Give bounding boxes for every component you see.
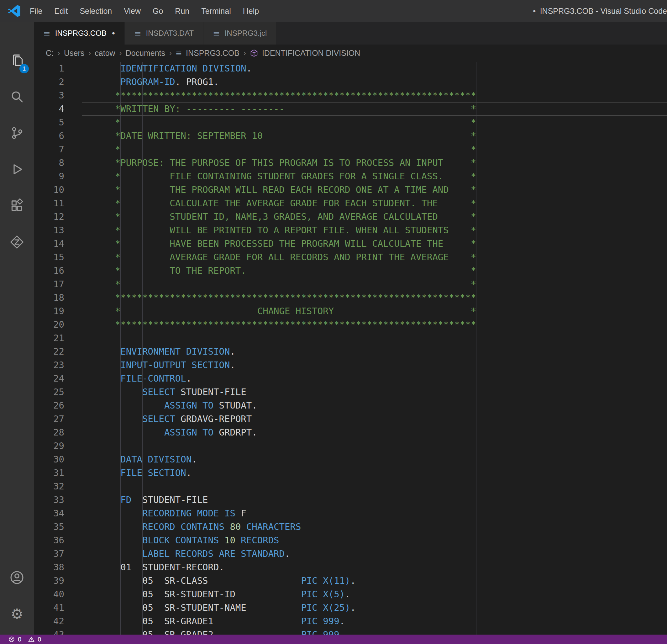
line-number[interactable]: 13 xyxy=(34,224,82,237)
menu-run[interactable]: Run xyxy=(169,6,195,16)
line-number[interactable]: 41 xyxy=(34,601,82,614)
line-number[interactable]: 26 xyxy=(34,399,82,412)
line-number[interactable]: 17 xyxy=(34,277,82,291)
line-number[interactable]: 5 xyxy=(34,116,82,129)
line-number[interactable]: 40 xyxy=(34,587,82,601)
tab-insprg3-jcl[interactable]: ≡ INSPRG3.jcl xyxy=(204,22,276,45)
line-number[interactable]: 11 xyxy=(34,197,82,210)
menu-view[interactable]: View xyxy=(118,6,147,16)
explorer-icon[interactable]: 1 xyxy=(0,42,34,78)
tab-insprg3-cob[interactable]: ≡ INSPRG3.COB ● xyxy=(34,22,125,45)
code-line[interactable]: * * xyxy=(82,143,667,156)
code-line[interactable]: * * xyxy=(82,277,667,291)
line-number[interactable]: 2 xyxy=(34,75,82,89)
account-icon[interactable] xyxy=(0,559,34,596)
code-line[interactable]: FD STUDENT-FILE xyxy=(82,493,667,507)
line-number[interactable]: 25 xyxy=(34,385,82,399)
code-line[interactable] xyxy=(82,439,667,453)
code-line[interactable]: *DATE WRITTEN: SEPTEMBER 10 * xyxy=(82,129,667,143)
code-line[interactable]: * THE PROGRAM WILL READ EACH RECORD ONE … xyxy=(82,183,667,197)
code-line[interactable]: *PURPOSE: THE PURPOSE OF THIS PROGRAM IS… xyxy=(82,156,667,170)
code-line[interactable]: LABEL RECORDS ARE STANDARD. xyxy=(82,547,667,561)
source-control-icon[interactable] xyxy=(0,115,34,151)
line-number[interactable]: 28 xyxy=(34,426,82,439)
code-line[interactable]: * CHANGE HISTORY * xyxy=(82,304,667,318)
code-line[interactable]: * HAVE BEEN PROCESSED THE PROGRAM WILL C… xyxy=(82,237,667,251)
line-number[interactable]: 10 xyxy=(34,183,82,197)
line-number[interactable]: 39 xyxy=(34,574,82,587)
line-number[interactable]: 38 xyxy=(34,561,82,574)
breadcrumb-drive[interactable]: C: xyxy=(46,49,54,58)
line-number[interactable]: 27 xyxy=(34,412,82,426)
line-number[interactable]: 33 xyxy=(34,493,82,507)
line-number[interactable]: 1 xyxy=(34,62,82,75)
modified-dot-icon[interactable]: ● xyxy=(112,30,115,36)
breadcrumb-users[interactable]: Users xyxy=(64,49,84,58)
code-line[interactable]: ****************************************… xyxy=(82,291,667,304)
problems-indicator[interactable]: 0 0 xyxy=(8,636,45,643)
line-number[interactable]: 21 xyxy=(34,332,82,345)
code-line[interactable]: BLOCK CONTAINS 10 RECORDS xyxy=(82,534,667,547)
line-number[interactable]: 42 xyxy=(34,614,82,628)
line-number[interactable]: 12 xyxy=(34,210,82,224)
line-number[interactable]: 9 xyxy=(34,170,82,183)
code-line[interactable]: 01 STUDENT-RECORD. xyxy=(82,561,667,574)
line-number[interactable]: 35 xyxy=(34,520,82,534)
menu-help[interactable]: Help xyxy=(237,6,265,16)
code-line[interactable]: * FILE CONTAINING STUDENT GRADES FOR A S… xyxy=(82,170,667,183)
menu-edit[interactable]: Edit xyxy=(48,6,74,16)
line-number[interactable]: 6 xyxy=(34,129,82,143)
line-number[interactable]: 23 xyxy=(34,358,82,372)
line-number[interactable]: 14 xyxy=(34,237,82,251)
code-editor[interactable]: 1234567891011121314151617181920212223242… xyxy=(34,62,667,634)
code-line[interactable]: * STUDENT ID, NAME,3 GRADES, AND AVERAGE… xyxy=(82,210,667,224)
code-line[interactable]: ASSIGN TO STUDAT. xyxy=(82,399,667,412)
code-line[interactable]: ****************************************… xyxy=(82,318,667,332)
code-line[interactable]: 05 SR-STUDENT-NAME PIC X(25). xyxy=(82,601,667,614)
line-number[interactable]: 3 xyxy=(34,89,82,102)
code-line[interactable]: DATA DIVISION. xyxy=(82,453,667,466)
run-debug-icon[interactable] xyxy=(0,151,34,188)
line-number[interactable]: 31 xyxy=(34,466,82,480)
code-line[interactable]: * WILL BE PRINTED TO A REPORT FILE. WHEN… xyxy=(82,224,667,237)
line-number[interactable]: 30 xyxy=(34,453,82,466)
menu-selection[interactable]: Selection xyxy=(74,6,118,16)
breadcrumb-documents[interactable]: Documents xyxy=(126,49,165,58)
code-line[interactable]: RECORDING MODE IS F xyxy=(82,507,667,520)
code-line[interactable]: SELECT STUDENT-FILE xyxy=(82,385,667,399)
line-number[interactable]: 36 xyxy=(34,534,82,547)
code-line[interactable]: ASSIGN TO GRDRPT. xyxy=(82,426,667,439)
code-line[interactable]: 05 SR-CLASS PIC X(11). xyxy=(82,574,667,587)
line-number[interactable]: 8 xyxy=(34,156,82,170)
code-line[interactable]: PROGRAM-ID. PROG1. xyxy=(82,75,667,89)
breadcrumb-catow[interactable]: catow xyxy=(95,49,115,58)
code-line[interactable]: FILE SECTION. xyxy=(82,466,667,480)
line-number[interactable]: 37 xyxy=(34,547,82,561)
code-line[interactable]: 05 SR-STUDENT-ID PIC X(5). xyxy=(82,587,667,601)
breadcrumb-file[interactable]: INSPRG3.COB xyxy=(186,49,240,58)
code-line[interactable]: RECORD CONTAINS 80 CHARACTERS xyxy=(82,520,667,534)
line-number[interactable]: 18 xyxy=(34,291,82,304)
code-line[interactable]: *WRITTEN BY: --------- -------- * xyxy=(82,102,667,116)
line-number[interactable]: 43 xyxy=(34,628,82,634)
code-line[interactable]: * TO THE REPORT. * xyxy=(82,264,667,277)
code-line[interactable]: 05 SR-GRADE1 PIC 999. xyxy=(82,614,667,628)
code-line[interactable]: ENVIRONMENT DIVISION. xyxy=(82,345,667,358)
settings-gear-icon[interactable]: ⚙ xyxy=(0,596,34,632)
code-line[interactable]: ****************************************… xyxy=(82,89,667,102)
menu-file[interactable]: File xyxy=(24,6,48,16)
line-number[interactable]: 19 xyxy=(34,304,82,318)
line-number[interactable]: 24 xyxy=(34,372,82,385)
menu-go[interactable]: Go xyxy=(147,6,169,16)
tab-insdat3-dat[interactable]: ≡ INSDAT3.DAT xyxy=(125,22,204,45)
zowe-explorer-icon[interactable] xyxy=(0,224,34,260)
line-number[interactable]: 15 xyxy=(34,251,82,264)
code-line[interactable]: FILE-CONTROL. xyxy=(82,372,667,385)
extensions-icon[interactable] xyxy=(0,188,34,224)
line-number[interactable]: 20 xyxy=(34,318,82,332)
line-number[interactable]: 29 xyxy=(34,439,82,453)
menu-terminal[interactable]: Terminal xyxy=(195,6,237,16)
search-icon[interactable] xyxy=(0,78,34,115)
line-number[interactable]: 22 xyxy=(34,345,82,358)
code-line[interactable]: * * xyxy=(82,116,667,129)
